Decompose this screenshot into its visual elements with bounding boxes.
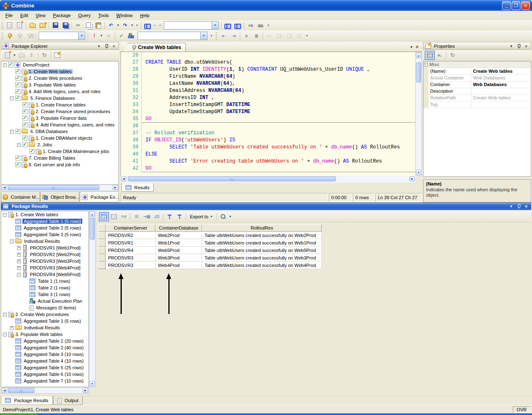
toolbar-overflow-icon[interactable]: ▾ — [134, 21, 140, 30]
collapse-icon[interactable]: - — [3, 313, 7, 316]
tree-item-aggregated-table-6-10-rows[interactable]: Aggregated Table 6 (10 rows) — [1, 371, 89, 378]
property-row-actual-container[interactable]: Actual ContainerWeb Databases — [424, 75, 531, 82]
tree-item-1-create-web-tables[interactable]: 1. Create Web tables — [1, 68, 118, 75]
checkbox-checked[interactable] — [15, 96, 20, 101]
property-row-container[interactable]: ContainerWeb Databases — [424, 82, 531, 88]
find-next-button[interactable] — [223, 21, 233, 30]
tree-item-aggregated-table-3-10-rows[interactable]: Aggregated Table 3 (10 rows) — [1, 351, 89, 358]
pin-icon[interactable] — [517, 203, 521, 209]
add-item-dropdown-icon[interactable]: ▼ — [12, 51, 17, 60]
combobox-dropdown-icon[interactable]: ▼ — [212, 22, 218, 29]
scroll-left-button[interactable]: ◀ — [121, 176, 126, 181]
checkbox-checked[interactable] — [15, 76, 20, 81]
toolbar-overflow-icon[interactable]: ▾ — [266, 21, 271, 30]
editor-hscrollbar[interactable]: ◀ ||| ▶ — [121, 176, 415, 183]
execute-dropdown-icon[interactable]: ▼ — [99, 31, 103, 40]
expand-icon[interactable]: + — [17, 253, 21, 257]
shape-callout-right-button[interactable]: ❑ — [274, 31, 284, 40]
checkbox-checked[interactable] — [22, 109, 27, 114]
row-header-cell[interactable] — [98, 254, 106, 262]
property-row-description[interactable]: Description — [424, 88, 531, 95]
scroll-down-button[interactable]: ▼ — [90, 381, 95, 386]
toolbar-overflow-icon[interactable]: ▾ — [209, 31, 214, 40]
pin-icon[interactable] — [517, 43, 521, 49]
menu-item-view[interactable]: View — [32, 12, 49, 19]
grid-data-row[interactable]: PRODSVR2Web2ProdTable utbWebUsers create… — [98, 232, 322, 239]
copy-button[interactable] — [83, 21, 93, 30]
collapse-icon[interactable]: - — [10, 96, 14, 100]
toolbar-grip[interactable] — [216, 32, 217, 40]
maximize-button[interactable]: ❐ — [512, 1, 520, 10]
grid-data-row[interactable]: PRODSVR4Web5ProdTable utbWebUsers create… — [98, 247, 322, 254]
card-view-button[interactable] — [109, 212, 119, 221]
expand-icon[interactable]: + — [17, 266, 21, 270]
column-header-containerserver[interactable]: ContainerServer — [106, 224, 155, 232]
tree-item-8-get-server-and-job-info[interactable]: 8. Get server and job info — [1, 161, 118, 168]
categorized-button[interactable] — [425, 51, 435, 60]
alphabetical-button[interactable]: A↓ — [435, 51, 445, 60]
tree-item-prodsvr3-web4prod[interactable]: +PRODSVR3 [Web4Prod] — [1, 264, 89, 271]
tree-item-1-create-finance-tables[interactable]: 1. Create Finance tables — [1, 101, 118, 108]
tree-item-actual-execution-plan[interactable]: Actual Execution Plan — [1, 298, 89, 304]
open-file-button[interactable] — [27, 21, 37, 30]
toolbar-grip[interactable] — [2, 22, 3, 29]
replace-button[interactable]: A→B — [153, 21, 163, 30]
package-explorer-hscrollbar[interactable]: ◀ ||| ▶ — [1, 185, 119, 191]
save-button[interactable] — [50, 21, 60, 30]
pivot-row-button[interactable]: ⇥▦ — [142, 212, 152, 221]
scroll-left-button[interactable]: ◀ — [2, 388, 7, 393]
tree-item-3-populate-finance-data[interactable]: 3. Populate Finance data — [1, 115, 118, 121]
manage-connections-button[interactable] — [25, 31, 34, 40]
search-dropdown-icon[interactable]: ▼ — [228, 212, 232, 221]
collapse-icon[interactable]: - — [3, 333, 7, 336]
toolbar-combobox[interactable]: ▼ — [138, 32, 207, 40]
combobox-field[interactable] — [39, 32, 78, 40]
search-button[interactable] — [218, 212, 228, 221]
pin-icon[interactable] — [104, 43, 108, 49]
checkbox-checked[interactable] — [15, 156, 20, 161]
checkbox-checked[interactable] — [22, 102, 27, 107]
checkbox-checked[interactable] — [22, 122, 27, 127]
column-header-rolloutres[interactable]: RolloutRes — [202, 224, 322, 232]
grid-view-button[interactable] — [99, 212, 109, 221]
checkbox-checked[interactable] — [15, 69, 20, 74]
find-previous-button[interactable] — [233, 21, 243, 30]
tree-item-2-jobs[interactable]: -2. Jobs — [1, 141, 118, 148]
property-category-misc[interactable]: -Misc — [424, 62, 531, 68]
window-position-icon[interactable]: ▾ — [508, 203, 514, 209]
code-editor[interactable]: 2627CREATE TABLE dbo.utbWebUsers(28 User… — [121, 52, 415, 176]
collapse-icon[interactable]: - — [3, 213, 7, 217]
row-header-cell[interactable] — [98, 239, 106, 247]
filter-edit-button[interactable] — [165, 212, 175, 221]
new-folder-button[interactable] — [17, 51, 27, 60]
close-panel-icon[interactable]: × — [111, 43, 117, 49]
group-by-button[interactable]: ⊟ — [132, 212, 142, 221]
scroll-right-button[interactable]: ▶ — [409, 176, 415, 181]
shape-callout-left-button[interactable]: ❏ — [284, 31, 294, 40]
tree-item-4-add-finance-logins-users-and-roles[interactable]: 4. Add Finance logins, users, and roles — [1, 121, 118, 128]
tree-item-7-create-billing-tables[interactable]: 7. Create Billing Tables — [1, 155, 118, 161]
scroll-right-button[interactable]: ▶ — [83, 388, 88, 393]
tree-item-prodsvr4-web5prod[interactable]: -PRODSVR4 [Web5Prod] — [1, 271, 89, 278]
column-header-containerdatabase[interactable]: ContainerDatabase — [155, 224, 202, 232]
close-panel-icon[interactable]: × — [523, 203, 529, 209]
property-row-name[interactable]: (Name)Create Web tables — [424, 68, 531, 75]
editor-tab-create-web-tables[interactable]: Create Web tables — [127, 43, 186, 52]
filter-preset-button[interactable] — [175, 212, 185, 221]
tree-item-2-create-web-procedures[interactable]: -2. Create Web procedures — [1, 311, 89, 318]
connect-button[interactable] — [5, 31, 15, 40]
tree-item-demoproject[interactable]: -DemoProject — [1, 62, 118, 68]
scrollbar-thumb[interactable]: ||| — [8, 185, 99, 190]
tree-item-aggregated-table-2-40-rows[interactable]: Aggregated Table 2 (40 rows) — [1, 344, 89, 351]
grid-data-row[interactable]: PRODSVR3Web4ProdTable utbWebUsers create… — [98, 262, 322, 269]
tree-item-1-create-dbamaint-objects[interactable]: 1. Create DBAMaint objects — [1, 135, 118, 141]
paste-button[interactable] — [93, 21, 103, 30]
tree-item-3-populate-web-tables[interactable]: 3. Populate Web tables — [1, 82, 118, 88]
checkbox-checked[interactable] — [22, 142, 27, 147]
scrollbar-thumb[interactable] — [416, 62, 421, 82]
execute-button[interactable]: ! — [89, 31, 99, 40]
combobox-dropdown-icon[interactable]: ▼ — [78, 32, 85, 40]
tree-item-table-3-1-rows[interactable]: Table 3 (1 rows) — [1, 291, 89, 298]
grid-data-row[interactable]: PRODSVR3Web3ProdTable utbWebUsers create… — [98, 254, 322, 262]
scrollbar-thumb[interactable]: ||| — [8, 388, 34, 393]
